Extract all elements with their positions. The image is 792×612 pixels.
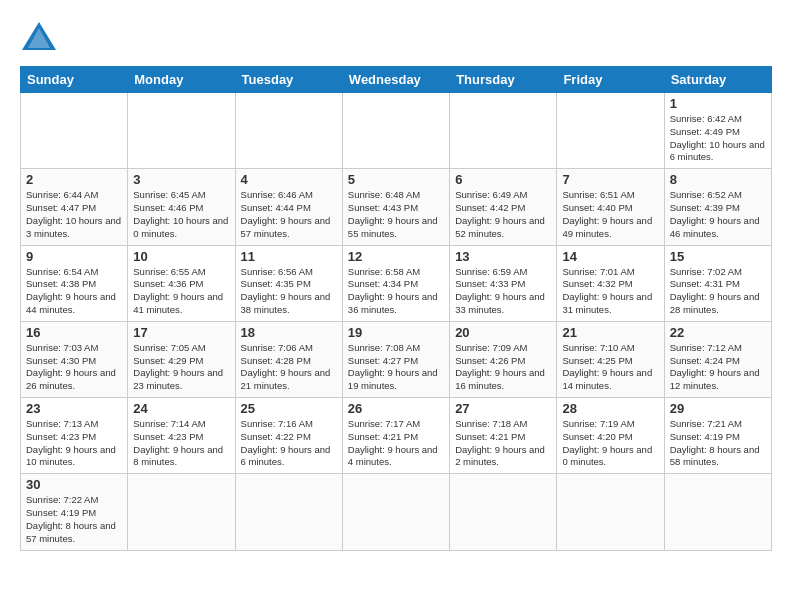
day-info: Sunrise: 7:05 AM Sunset: 4:29 PM Dayligh…	[133, 342, 229, 393]
day-info: Sunrise: 6:56 AM Sunset: 4:35 PM Dayligh…	[241, 266, 337, 317]
day-info: Sunrise: 7:01 AM Sunset: 4:32 PM Dayligh…	[562, 266, 658, 317]
col-monday: Monday	[128, 67, 235, 93]
day-info: Sunrise: 7:09 AM Sunset: 4:26 PM Dayligh…	[455, 342, 551, 393]
table-row	[235, 93, 342, 169]
day-number: 28	[562, 401, 658, 416]
table-row: 24Sunrise: 7:14 AM Sunset: 4:23 PM Dayli…	[128, 398, 235, 474]
table-row: 25Sunrise: 7:16 AM Sunset: 4:22 PM Dayli…	[235, 398, 342, 474]
table-row: 7Sunrise: 6:51 AM Sunset: 4:40 PM Daylig…	[557, 169, 664, 245]
table-row: 20Sunrise: 7:09 AM Sunset: 4:26 PM Dayli…	[450, 321, 557, 397]
table-row	[128, 474, 235, 550]
day-number: 16	[26, 325, 122, 340]
day-info: Sunrise: 6:44 AM Sunset: 4:47 PM Dayligh…	[26, 189, 122, 240]
table-row	[342, 474, 449, 550]
table-row	[557, 474, 664, 550]
table-row	[128, 93, 235, 169]
table-row: 30Sunrise: 7:22 AM Sunset: 4:19 PM Dayli…	[21, 474, 128, 550]
col-friday: Friday	[557, 67, 664, 93]
table-row: 14Sunrise: 7:01 AM Sunset: 4:32 PM Dayli…	[557, 245, 664, 321]
table-row: 27Sunrise: 7:18 AM Sunset: 4:21 PM Dayli…	[450, 398, 557, 474]
table-row	[557, 93, 664, 169]
table-row: 18Sunrise: 7:06 AM Sunset: 4:28 PM Dayli…	[235, 321, 342, 397]
day-number: 4	[241, 172, 337, 187]
day-number: 10	[133, 249, 229, 264]
table-row: 10Sunrise: 6:55 AM Sunset: 4:36 PM Dayli…	[128, 245, 235, 321]
day-info: Sunrise: 6:49 AM Sunset: 4:42 PM Dayligh…	[455, 189, 551, 240]
header	[20, 18, 772, 56]
table-row: 19Sunrise: 7:08 AM Sunset: 4:27 PM Dayli…	[342, 321, 449, 397]
day-number: 6	[455, 172, 551, 187]
table-row: 12Sunrise: 6:58 AM Sunset: 4:34 PM Dayli…	[342, 245, 449, 321]
day-info: Sunrise: 6:46 AM Sunset: 4:44 PM Dayligh…	[241, 189, 337, 240]
col-tuesday: Tuesday	[235, 67, 342, 93]
table-row: 13Sunrise: 6:59 AM Sunset: 4:33 PM Dayli…	[450, 245, 557, 321]
table-row	[342, 93, 449, 169]
day-number: 20	[455, 325, 551, 340]
day-info: Sunrise: 6:55 AM Sunset: 4:36 PM Dayligh…	[133, 266, 229, 317]
day-info: Sunrise: 7:10 AM Sunset: 4:25 PM Dayligh…	[562, 342, 658, 393]
table-row: 26Sunrise: 7:17 AM Sunset: 4:21 PM Dayli…	[342, 398, 449, 474]
day-info: Sunrise: 7:17 AM Sunset: 4:21 PM Dayligh…	[348, 418, 444, 469]
table-row	[235, 474, 342, 550]
day-number: 26	[348, 401, 444, 416]
table-row: 4Sunrise: 6:46 AM Sunset: 4:44 PM Daylig…	[235, 169, 342, 245]
day-info: Sunrise: 7:12 AM Sunset: 4:24 PM Dayligh…	[670, 342, 766, 393]
table-row	[450, 93, 557, 169]
day-info: Sunrise: 6:59 AM Sunset: 4:33 PM Dayligh…	[455, 266, 551, 317]
day-number: 19	[348, 325, 444, 340]
table-row	[450, 474, 557, 550]
day-info: Sunrise: 7:13 AM Sunset: 4:23 PM Dayligh…	[26, 418, 122, 469]
table-row: 2Sunrise: 6:44 AM Sunset: 4:47 PM Daylig…	[21, 169, 128, 245]
table-row: 22Sunrise: 7:12 AM Sunset: 4:24 PM Dayli…	[664, 321, 771, 397]
day-info: Sunrise: 6:52 AM Sunset: 4:39 PM Dayligh…	[670, 189, 766, 240]
calendar-week-row: 30Sunrise: 7:22 AM Sunset: 4:19 PM Dayli…	[21, 474, 772, 550]
day-number: 22	[670, 325, 766, 340]
page: Sunday Monday Tuesday Wednesday Thursday…	[0, 0, 792, 561]
table-row: 5Sunrise: 6:48 AM Sunset: 4:43 PM Daylig…	[342, 169, 449, 245]
day-info: Sunrise: 7:03 AM Sunset: 4:30 PM Dayligh…	[26, 342, 122, 393]
day-number: 9	[26, 249, 122, 264]
col-thursday: Thursday	[450, 67, 557, 93]
day-number: 11	[241, 249, 337, 264]
day-number: 29	[670, 401, 766, 416]
calendar-week-row: 16Sunrise: 7:03 AM Sunset: 4:30 PM Dayli…	[21, 321, 772, 397]
calendar-week-row: 1Sunrise: 6:42 AM Sunset: 4:49 PM Daylig…	[21, 93, 772, 169]
calendar-week-row: 2Sunrise: 6:44 AM Sunset: 4:47 PM Daylig…	[21, 169, 772, 245]
table-row: 17Sunrise: 7:05 AM Sunset: 4:29 PM Dayli…	[128, 321, 235, 397]
day-info: Sunrise: 7:18 AM Sunset: 4:21 PM Dayligh…	[455, 418, 551, 469]
calendar-table: Sunday Monday Tuesday Wednesday Thursday…	[20, 66, 772, 551]
day-number: 24	[133, 401, 229, 416]
col-sunday: Sunday	[21, 67, 128, 93]
day-info: Sunrise: 7:06 AM Sunset: 4:28 PM Dayligh…	[241, 342, 337, 393]
table-row: 1Sunrise: 6:42 AM Sunset: 4:49 PM Daylig…	[664, 93, 771, 169]
day-number: 25	[241, 401, 337, 416]
day-number: 3	[133, 172, 229, 187]
day-number: 1	[670, 96, 766, 111]
day-number: 30	[26, 477, 122, 492]
col-saturday: Saturday	[664, 67, 771, 93]
day-number: 13	[455, 249, 551, 264]
calendar-week-row: 23Sunrise: 7:13 AM Sunset: 4:23 PM Dayli…	[21, 398, 772, 474]
table-row: 3Sunrise: 6:45 AM Sunset: 4:46 PM Daylig…	[128, 169, 235, 245]
day-info: Sunrise: 7:08 AM Sunset: 4:27 PM Dayligh…	[348, 342, 444, 393]
day-number: 18	[241, 325, 337, 340]
table-row: 21Sunrise: 7:10 AM Sunset: 4:25 PM Dayli…	[557, 321, 664, 397]
col-wednesday: Wednesday	[342, 67, 449, 93]
day-info: Sunrise: 7:02 AM Sunset: 4:31 PM Dayligh…	[670, 266, 766, 317]
table-row	[21, 93, 128, 169]
day-info: Sunrise: 6:42 AM Sunset: 4:49 PM Dayligh…	[670, 113, 766, 164]
day-number: 12	[348, 249, 444, 264]
day-info: Sunrise: 6:51 AM Sunset: 4:40 PM Dayligh…	[562, 189, 658, 240]
day-info: Sunrise: 6:48 AM Sunset: 4:43 PM Dayligh…	[348, 189, 444, 240]
day-number: 21	[562, 325, 658, 340]
day-info: Sunrise: 6:54 AM Sunset: 4:38 PM Dayligh…	[26, 266, 122, 317]
table-row: 16Sunrise: 7:03 AM Sunset: 4:30 PM Dayli…	[21, 321, 128, 397]
day-number: 15	[670, 249, 766, 264]
calendar-header-row: Sunday Monday Tuesday Wednesday Thursday…	[21, 67, 772, 93]
day-number: 23	[26, 401, 122, 416]
table-row: 11Sunrise: 6:56 AM Sunset: 4:35 PM Dayli…	[235, 245, 342, 321]
table-row: 9Sunrise: 6:54 AM Sunset: 4:38 PM Daylig…	[21, 245, 128, 321]
generalblue-icon	[20, 18, 58, 56]
logo	[20, 18, 64, 56]
day-info: Sunrise: 7:16 AM Sunset: 4:22 PM Dayligh…	[241, 418, 337, 469]
